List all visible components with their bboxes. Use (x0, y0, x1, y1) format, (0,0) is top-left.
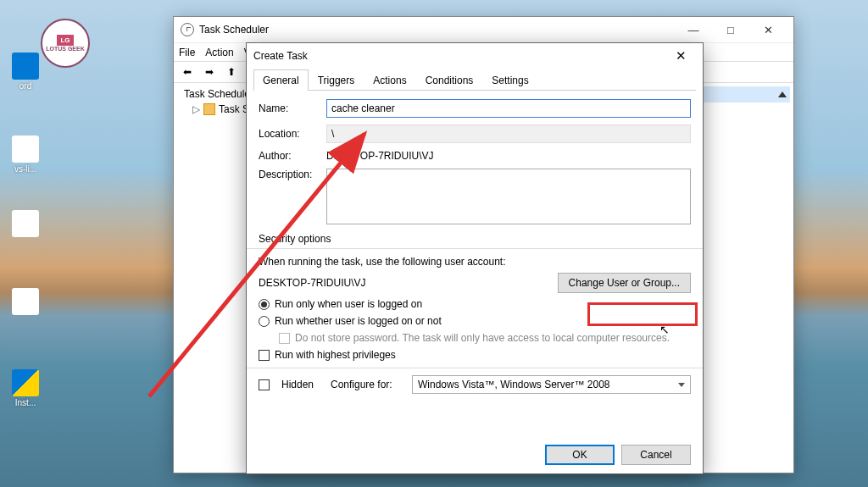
highest-privileges-check[interactable]: Run with highest privileges (259, 349, 691, 361)
minimize-button[interactable]: — (675, 18, 712, 42)
radio-logged-on[interactable]: Run only when user is logged on (259, 298, 691, 310)
ok-button[interactable]: OK (545, 445, 615, 465)
name-input[interactable] (326, 99, 691, 118)
radio-icon (259, 316, 270, 327)
chevron-down-icon (678, 383, 685, 387)
location-field (326, 125, 691, 143)
configure-for-label: Configure for: (331, 379, 405, 390)
form-general: Name: Location: Author: DESKTOP-7RIDUIU\… (247, 91, 703, 409)
checkbox-icon (279, 333, 290, 344)
radio-logged-on-or-not[interactable]: Run whether user is logged on or not (259, 315, 691, 327)
configure-for-select[interactable]: Windows Vista™, Windows Server™ 2008 (412, 375, 691, 394)
clock-icon (181, 23, 194, 36)
desktop-icon[interactable]: ord (5, 53, 46, 91)
logo-watermark: LG LOTUS GEEK (41, 19, 90, 68)
create-task-dialog: Create Task ✕ General Triggers Actions C… (246, 42, 704, 474)
cancel-button[interactable]: Cancel (621, 445, 691, 465)
do-not-store-password-check: Do not store password. The task will onl… (259, 332, 691, 344)
user-account-value: DESKTOP-7RIDUIU\VJ (259, 277, 558, 289)
description-input[interactable] (326, 169, 691, 224)
window-title: Task Scheduler (199, 24, 269, 36)
desktop-icon[interactable] (5, 210, 46, 239)
folder-icon (203, 103, 215, 115)
close-button[interactable]: ✕ (665, 44, 696, 68)
author-value: DESKTOP-7RIDUIU\VJ (326, 150, 433, 162)
dialog-title: Create Task (253, 50, 308, 62)
tab-actions[interactable]: Actions (364, 69, 415, 91)
maximize-button[interactable]: □ (712, 18, 749, 42)
dialog-titlebar[interactable]: Create Task ✕ (247, 43, 703, 69)
running-user-text: When running the task, use the following… (259, 256, 691, 268)
tab-triggers[interactable]: Triggers (309, 69, 364, 91)
author-label: Author: (259, 150, 320, 162)
radio-icon (259, 299, 270, 310)
hidden-checkbox[interactable] (259, 379, 270, 390)
tab-general[interactable]: General (253, 69, 309, 91)
desktop-icon[interactable]: vs-li... (5, 136, 46, 174)
checkbox-icon (259, 350, 270, 361)
tabstrip: General Triggers Actions Conditions Sett… (253, 69, 696, 91)
desktop-icon[interactable]: Inst... (5, 369, 46, 407)
up-button[interactable]: ⬆ (221, 63, 242, 81)
menu-action[interactable]: Action (205, 47, 233, 58)
back-button[interactable]: ⬅ (177, 63, 198, 81)
name-label: Name: (259, 102, 320, 114)
close-button[interactable]: ✕ (749, 18, 787, 42)
change-user-button[interactable]: Change User or Group... (558, 273, 691, 293)
dialog-footer: OK Cancel (545, 445, 691, 465)
hidden-label: Hidden (281, 379, 324, 390)
tab-conditions[interactable]: Conditions (416, 69, 483, 91)
menu-file[interactable]: File (179, 47, 195, 58)
titlebar[interactable]: Task Scheduler — □ ✕ (174, 17, 793, 42)
description-label: Description: (259, 169, 320, 180)
security-options-label: Security options (259, 233, 691, 245)
desktop-icon[interactable] (5, 288, 46, 317)
forward-button[interactable]: ➡ (199, 63, 220, 81)
collapse-icon (778, 91, 787, 97)
tab-settings[interactable]: Settings (482, 69, 537, 91)
location-label: Location: (259, 128, 320, 140)
